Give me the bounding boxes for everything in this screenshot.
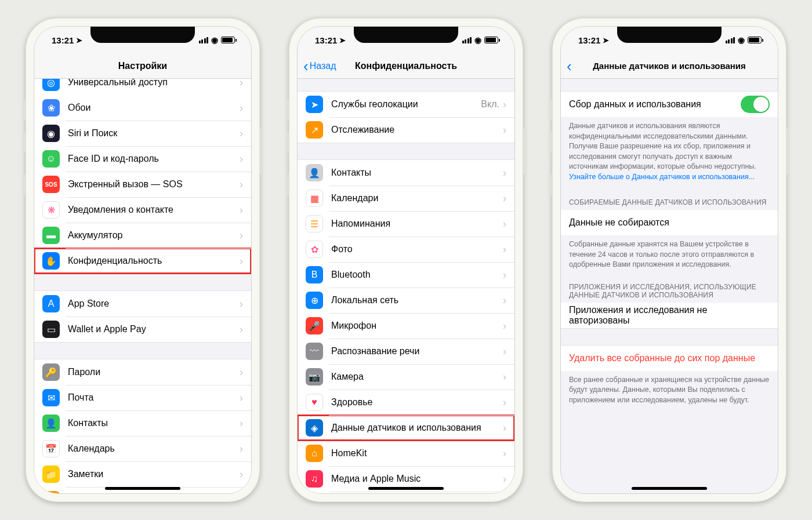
row-label: Календари	[331, 193, 503, 203]
back-button[interactable]: ‹ Назад	[303, 59, 336, 74]
group-separator	[561, 328, 778, 346]
row-icon: ➤	[306, 96, 323, 113]
row-label: Здоровье	[331, 397, 503, 408]
settings-row[interactable]: 🎤Микрофон›	[298, 313, 514, 339]
section-header-collected: СОБИРАЕМЫЕ ДАННЫЕ ДАТЧИКОВ И ИСПОЛЬЗОВАН…	[561, 188, 778, 210]
row-icon: ☰	[42, 491, 60, 493]
row-icon: ♫	[306, 470, 323, 488]
row-label: Приложения и исследования не авторизован…	[569, 305, 770, 326]
row-label: Календарь	[68, 443, 240, 454]
row-label: Напоминания	[331, 219, 503, 229]
battery-icon	[484, 37, 498, 43]
chevron-icon: ›	[240, 204, 243, 216]
location-icon: ➤	[76, 36, 82, 45]
settings-row[interactable]: ♥Здоровье›	[298, 390, 514, 415]
wifi-icon: ◉	[738, 35, 745, 45]
row-label: Локальная сеть	[331, 295, 503, 306]
settings-row[interactable]: ⊕Локальная сеть›	[298, 288, 514, 313]
battery-icon	[748, 37, 762, 43]
group-separator	[34, 342, 251, 359]
toggle-switch[interactable]	[741, 96, 770, 113]
settings-row[interactable]: ✿Фото›	[298, 237, 514, 262]
row-icon: ✉	[42, 389, 60, 406]
toggle-row-collection[interactable]: Сбор данных и использования	[561, 92, 778, 117]
chevron-icon: ›	[240, 443, 243, 455]
chevron-left-icon: ‹	[567, 59, 572, 74]
settings-row[interactable]: ☰Напоминания›	[298, 211, 514, 237]
settings-row[interactable]: ➤Службы геолокацииВкл.›	[298, 92, 514, 117]
chevron-icon: ›	[503, 243, 506, 256]
section-footer: Все ранее собранные и хранящиеся на устр…	[561, 371, 778, 412]
settings-row[interactable]: 📁Заметки›	[34, 461, 251, 487]
row-label: Экстренный вызов — SOS	[68, 179, 240, 190]
signal-icon	[462, 37, 472, 43]
settings-row[interactable]: ↗Отслеживание›	[298, 117, 514, 143]
row-icon: ▭	[42, 321, 60, 338]
chevron-icon: ›	[503, 422, 506, 434]
learn-more-link[interactable]: Узнайте больше о Данных датчиков и испол…	[569, 173, 755, 181]
home-indicator[interactable]	[105, 487, 180, 490]
settings-row[interactable]: 📷Камера›	[298, 364, 514, 390]
row-label: Аккумулятор	[68, 230, 240, 241]
row-icon: ❀	[42, 99, 60, 117]
settings-row[interactable]: ▬Аккумулятор›	[34, 223, 251, 248]
settings-row[interactable]: 🔑Пароли›	[34, 359, 251, 385]
settings-row[interactable]: ❋Уведомления о контакте›	[34, 197, 251, 223]
group-separator	[298, 79, 514, 92]
row-label: Конфиденциальность	[68, 256, 240, 266]
nav-title: Настройки	[34, 61, 251, 71]
settings-row[interactable]: ⌂HomeKit›	[298, 441, 514, 466]
status-time: 13:21	[578, 35, 600, 45]
chevron-icon: ›	[503, 320, 506, 332]
row-no-data: Данные не собираются	[561, 210, 778, 235]
settings-row[interactable]: ▤Файлы и папки›	[298, 492, 514, 493]
settings-row[interactable]: ☺Face ID и код-пароль›	[34, 146, 251, 172]
chevron-icon: ›	[503, 473, 506, 485]
delete-all-button[interactable]: Удалить все собранные до сих пор данные	[561, 346, 778, 371]
back-button[interactable]: ‹	[567, 59, 573, 74]
row-icon: ♥	[306, 394, 323, 411]
back-label: Назад	[310, 61, 336, 71]
settings-row[interactable]: 👤Контакты›	[34, 410, 251, 436]
row-icon: ⌂	[306, 445, 323, 462]
row-no-apps: Приложения и исследования не авторизован…	[561, 303, 778, 328]
row-label: Распознавание речи	[331, 346, 503, 357]
nav-bar: ‹ Данные датчиков и использования	[561, 53, 778, 79]
settings-row[interactable]: ◉Siri и Поиск›	[34, 121, 251, 146]
row-value: Вкл.	[481, 99, 499, 110]
settings-row[interactable]: ✋Конфиденциальность›	[34, 248, 251, 274]
row-label: Обои	[68, 103, 240, 113]
phone-frame-1: 13:21 ➤ ◉ Настройки ◎ Универсальный дост…	[26, 18, 260, 502]
row-label: Bluetooth	[331, 270, 503, 280]
settings-list[interactable]: ◎ Универсальный доступ › ❀Обои›◉Siri и П…	[34, 79, 251, 493]
settings-row[interactable]: 〰Распознавание речи›	[298, 339, 514, 364]
row-accessibility-cut[interactable]: ◎ Универсальный доступ ›	[34, 79, 251, 95]
settings-row[interactable]: ▭Wallet и Apple Pay›	[34, 317, 251, 342]
sensor-data-settings[interactable]: Сбор данных и использования Данные датчи…	[561, 79, 778, 493]
group-separator	[34, 274, 251, 291]
settings-row[interactable]: ▦Календари›	[298, 186, 514, 211]
settings-row[interactable]: SOSЭкстренный вызов — SOS›	[34, 172, 251, 197]
settings-row[interactable]: 👤Контакты›	[298, 160, 514, 186]
chevron-icon: ›	[503, 218, 506, 230]
home-indicator[interactable]	[632, 487, 707, 490]
settings-row[interactable]: ✉Почта›	[34, 385, 251, 410]
privacy-list[interactable]: ➤Службы геолокацииВкл.›↗Отслеживание› 👤К…	[298, 79, 514, 493]
phone-frame-2: 13:21 ➤ ◉ ‹ Назад Конфиденциальность ➤Сл…	[289, 18, 523, 502]
settings-row[interactable]: 📅Календарь›	[34, 436, 251, 461]
row-icon: 👤	[42, 414, 60, 432]
status-time: 13:21	[52, 35, 74, 45]
settings-row[interactable]: BBluetooth›	[298, 262, 514, 288]
row-label: HomeKit	[331, 448, 503, 459]
row-icon: ↗	[306, 121, 323, 139]
settings-row[interactable]: ◈Данные датчиков и использования›	[298, 415, 514, 441]
row-label: Камера	[331, 372, 503, 382]
row-label: Face ID и код-пароль	[68, 154, 240, 164]
settings-row[interactable]: AApp Store›	[34, 291, 251, 317]
home-indicator[interactable]	[368, 487, 444, 490]
row-label: Службы геолокации	[331, 99, 481, 110]
chevron-icon: ›	[240, 323, 243, 336]
wifi-icon: ◉	[211, 35, 218, 45]
settings-row[interactable]: ❀Обои›	[34, 95, 251, 121]
chevron-icon: ›	[503, 397, 506, 409]
